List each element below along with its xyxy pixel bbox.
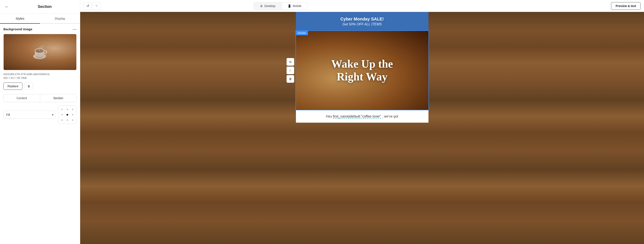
grid-dot-bc[interactable] xyxy=(65,118,70,122)
body-text-end: , we've got xyxy=(382,115,398,118)
image-actions: Replace 🗑 xyxy=(4,83,76,90)
personalization-token: first_name|default:"coffee lover" xyxy=(333,115,381,119)
fill-select[interactable]: Fill Fit Stretch Tile Center xyxy=(4,111,56,119)
coffee-headline-line2: Right Way xyxy=(331,70,393,83)
section-tag: Section xyxy=(296,31,308,35)
undo-button[interactable]: ↺ xyxy=(84,2,92,10)
email-header-banner: Cyber Monday SALE! Get 50% OFF ALL ITEMS xyxy=(296,12,428,31)
image-preview xyxy=(4,34,76,70)
preview-test-button[interactable]: Preview & test xyxy=(611,2,640,10)
desktop-icon: 🖥 xyxy=(260,4,263,8)
image-hash: d2e5c80f-e7f4-473f-a38b-a8dc030d0c3c xyxy=(4,72,76,76)
copy-section-button[interactable]: ⧉ xyxy=(286,58,294,66)
content-section-tabs: Content Section xyxy=(4,94,76,102)
image-preview-container xyxy=(4,34,76,70)
tab-styles[interactable]: Styles xyxy=(0,14,40,23)
trash-icon: 🗑 xyxy=(27,85,30,88)
grid-dot-bl[interactable] xyxy=(60,118,64,122)
panel-header: ← Section xyxy=(0,0,80,14)
star-icon: ☆ xyxy=(289,69,292,72)
email-body: Hey first_name|default:"coffee lover" , … xyxy=(296,110,428,123)
grid-dot-ml[interactable] xyxy=(60,113,64,117)
coffee-image-background: Wake Up the Right Way xyxy=(296,31,428,110)
background-image-section: Background image — d2e5c80f-e7f4-473f-a3… xyxy=(0,24,80,127)
grid-dot-tl[interactable] xyxy=(60,107,64,112)
position-grid[interactable] xyxy=(58,106,76,124)
left-panel: ← Section Styles Display Background imag… xyxy=(0,0,80,244)
coffee-text-overlay: Wake Up the Right Way xyxy=(331,58,393,83)
tab-display[interactable]: Display xyxy=(40,14,80,23)
collapse-button[interactable]: — xyxy=(73,27,76,31)
mobile-button[interactable]: 📱 Mobile xyxy=(282,2,308,9)
device-toggle: 🖥 Desktop 📱 Mobile xyxy=(254,2,308,9)
grid-dot-tc[interactable] xyxy=(65,107,70,112)
section-tab[interactable]: Section xyxy=(40,94,76,102)
grid-dot-tr[interactable] xyxy=(70,107,75,112)
copy-icon: ⧉ xyxy=(289,60,292,64)
top-bar: ↺ ↻ 🖥 Desktop 📱 Mobile Preview & test xyxy=(80,0,644,12)
replace-image-button[interactable]: Replace xyxy=(4,83,22,90)
grid-dot-mc[interactable] xyxy=(65,113,70,117)
redo-button[interactable]: ↻ xyxy=(92,2,101,10)
delete-image-button[interactable]: 🗑 xyxy=(24,83,33,90)
body-text-start: Hey xyxy=(326,115,333,118)
main-area: ↺ ↻ 🖥 Desktop 📱 Mobile Preview & test Cy… xyxy=(80,0,644,244)
sale-title: Cyber Monday SALE! xyxy=(300,17,424,21)
image-metadata: d2e5c80f-e7f4-473f-a38b-a8dc030d0c3c 925… xyxy=(4,72,76,80)
undo-redo-group: ↺ ↻ xyxy=(84,2,101,10)
bg-image-header: Background image — xyxy=(4,27,76,31)
fill-position-row: Fill Fit Stretch Tile Center ▾ xyxy=(4,106,76,124)
coffee-section[interactable]: Section ⧉ ☆ 🗑 xyxy=(296,31,428,110)
bg-image-label: Background image xyxy=(4,27,32,31)
coffee-image-thumbnail xyxy=(4,34,76,70)
grid-dot-br[interactable] xyxy=(70,118,75,122)
coffee-headline: Wake Up the Right Way xyxy=(331,58,393,83)
mobile-icon: 📱 xyxy=(288,4,291,8)
email-container: Cyber Monday SALE! Get 50% OFF ALL ITEMS… xyxy=(296,12,428,244)
delete-icon: 🗑 xyxy=(289,77,292,81)
section-tools: ⧉ ☆ 🗑 xyxy=(286,58,294,83)
back-button[interactable]: ← xyxy=(4,4,10,9)
desktop-button[interactable]: 🖥 Desktop xyxy=(254,2,282,9)
image-info: 925 × 617 • 95.79kB xyxy=(4,76,76,80)
delete-section-button[interactable]: 🗑 xyxy=(286,75,294,83)
coffee-headline-line1: Wake Up the xyxy=(331,58,393,70)
grid-dot-mr[interactable] xyxy=(70,113,75,117)
sale-subtitle: Get 50% OFF ALL ITEMS xyxy=(300,22,424,26)
body-text: Hey first_name|default:"coffee lover" , … xyxy=(304,115,420,118)
content-tab[interactable]: Content xyxy=(4,94,40,102)
favorite-section-button[interactable]: ☆ xyxy=(286,67,294,74)
panel-title: Section xyxy=(13,4,76,9)
panel-tabs: Styles Display xyxy=(0,14,80,24)
canvas-area: Cyber Monday SALE! Get 50% OFF ALL ITEMS… xyxy=(80,12,644,244)
fill-select-wrapper: Fill Fit Stretch Tile Center ▾ xyxy=(4,111,56,119)
